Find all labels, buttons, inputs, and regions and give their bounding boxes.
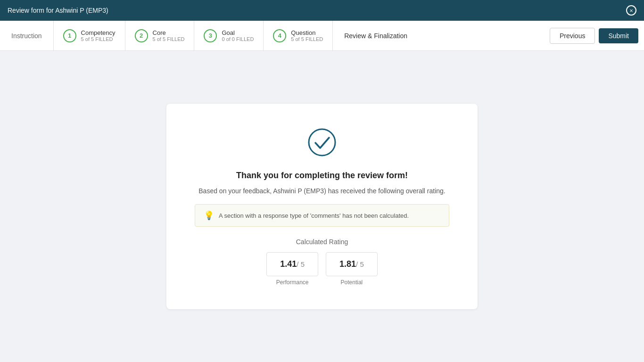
step-1-sub: 5 of 5 FILLED <box>81 36 116 42</box>
step-4-label: Question <box>291 29 323 36</box>
step-question[interactable]: 4 Question 5 of 5 FILLED <box>264 21 333 50</box>
performance-label: Performance <box>276 279 309 286</box>
performance-denom: / 5 <box>297 260 305 268</box>
step-4-circle: 4 <box>273 29 286 42</box>
performance-value: 1.41 <box>280 259 297 269</box>
step-goal[interactable]: 3 Goal 0 of 0 FILLED <box>194 21 264 50</box>
result-card: Thank you for completing the review form… <box>166 104 478 309</box>
step-4-sub: 5 of 5 FILLED <box>291 36 323 42</box>
step-core[interactable]: 2 Core 5 of 5 FILLED <box>125 21 195 50</box>
performance-rating-box: 1.41 / 5 <box>266 252 318 276</box>
step-1-label: Competency <box>81 29 116 36</box>
close-button[interactable]: × <box>626 5 636 16</box>
potential-label: Potential <box>341 279 363 286</box>
checkmark-icon <box>307 127 337 157</box>
stepper-nav: Instruction 1 Competency 5 of 5 FILLED 2… <box>0 21 644 51</box>
rating-boxes: 1.41 / 5 Performance 1.81 / 5 Potential <box>195 252 449 286</box>
step-2-circle: 2 <box>135 29 148 42</box>
step-3-sub: 0 of 0 FILLED <box>222 36 254 42</box>
review-finalization-label: Review & Finalization <box>333 32 544 40</box>
notice-text: A section with a response type of 'comme… <box>219 212 409 219</box>
step-1-info: Competency 5 of 5 FILLED <box>81 29 116 42</box>
step-3-label: Goal <box>222 29 254 36</box>
potential-value: 1.81 <box>339 259 356 269</box>
description-text: Based on your feedback, Ashwini P (EMP3)… <box>195 187 449 195</box>
step-3-info: Goal 0 of 0 FILLED <box>222 29 254 42</box>
check-icon-wrap <box>195 127 449 159</box>
instruction-label: Instruction <box>11 32 42 40</box>
step-3-circle: 3 <box>204 29 217 42</box>
step-2-info: Core 5 of 5 FILLED <box>153 29 185 42</box>
svg-point-0 <box>309 129 335 156</box>
nav-actions: Previous Submit <box>544 28 644 44</box>
step-1-circle: 1 <box>63 29 76 42</box>
thank-you-title: Thank you for completing the review form… <box>195 171 449 181</box>
step-4-info: Question 5 of 5 FILLED <box>291 29 323 42</box>
step-2-label: Core <box>153 29 185 36</box>
step-instruction[interactable]: Instruction <box>0 21 54 50</box>
potential-denom: / 5 <box>356 260 364 268</box>
previous-button[interactable]: Previous <box>550 28 595 44</box>
performance-rating-wrap: 1.41 / 5 Performance <box>266 252 318 286</box>
step-2-sub: 5 of 5 FILLED <box>153 36 185 42</box>
calculated-rating-label: Calculated Rating <box>195 238 449 246</box>
step-competency[interactable]: 1 Competency 5 of 5 FILLED <box>54 21 125 50</box>
lightbulb-icon: 💡 <box>204 210 214 221</box>
app-header: Review form for Ashwini P (EMP3) × <box>0 0 644 21</box>
header-title: Review form for Ashwini P (EMP3) <box>8 7 108 14</box>
notice-box: 💡 A section with a response type of 'com… <box>195 204 449 227</box>
potential-rating-box: 1.81 / 5 <box>326 252 378 276</box>
submit-button[interactable]: Submit <box>599 28 638 43</box>
main-content: Thank you for completing the review form… <box>0 51 644 362</box>
potential-rating-wrap: 1.81 / 5 Potential <box>326 252 378 286</box>
